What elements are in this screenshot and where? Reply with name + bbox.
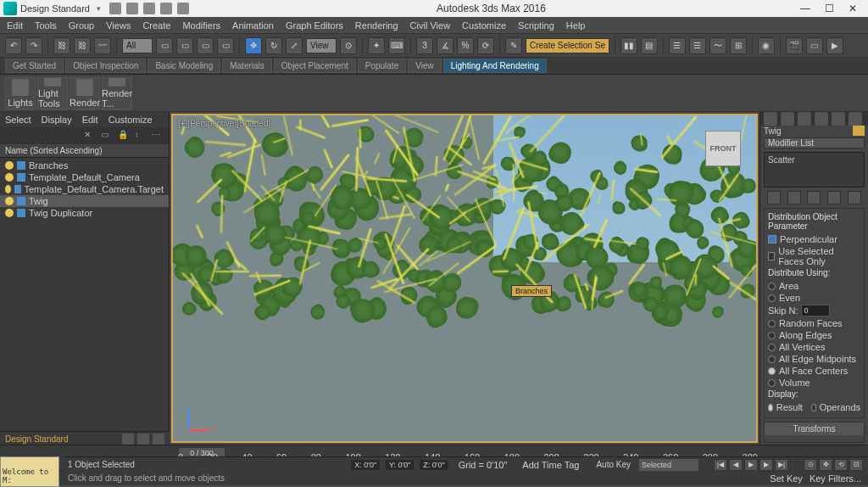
dist-edges-radio[interactable] — [768, 332, 776, 339]
skip-n-spinner[interactable]: 0 — [801, 305, 830, 316]
configure-icon[interactable] — [848, 191, 861, 204]
viewport-label[interactable]: [+][Perspective][Shaded] — [178, 119, 270, 128]
visibility-icon[interactable] — [5, 161, 14, 170]
render-setup-icon[interactable]: 🎬 — [786, 37, 803, 54]
play-icon[interactable]: ▶ — [744, 459, 758, 471]
visibility-icon[interactable] — [5, 197, 14, 205]
nav-icon-2[interactable]: ✥ — [819, 459, 832, 471]
tab-populate[interactable]: Populate — [358, 59, 406, 73]
explorer-more-icon[interactable]: ⋯ — [152, 130, 164, 142]
tab-getstarted[interactable]: Get Started — [5, 59, 64, 73]
list-item[interactable]: Template_Default_Camera — [0, 171, 169, 183]
qat-open-icon[interactable] — [126, 3, 138, 14]
panel-utilities-icon[interactable] — [849, 112, 862, 126]
menu-customize[interactable]: Customize — [462, 20, 506, 31]
explorer-menu-select[interactable]: Select — [5, 115, 31, 125]
menu-tools[interactable]: Tools — [35, 20, 57, 31]
list-item[interactable]: Template_Default_Camera.Target — [0, 183, 169, 195]
explorer-menu-edit[interactable]: Edit — [82, 115, 98, 125]
stack-item[interactable]: Scatter — [766, 154, 862, 165]
explorer-pin-icon[interactable]: ↕ — [135, 130, 147, 142]
minimize-button[interactable]: — — [793, 1, 817, 16]
link-icon[interactable]: ⛓ — [53, 37, 70, 54]
window-crossing-icon[interactable]: ▭ — [217, 37, 234, 54]
tab-materials[interactable]: Materials — [222, 59, 272, 73]
menu-views[interactable]: Views — [106, 20, 131, 31]
autokey-button[interactable]: Auto Key — [596, 460, 631, 469]
rotate-icon[interactable]: ↻ — [265, 37, 282, 54]
goto-end-icon[interactable]: ▶| — [775, 459, 788, 471]
menu-edit[interactable]: Edit — [7, 20, 23, 31]
list-header[interactable]: Name (Sorted Ascending) — [0, 144, 169, 158]
visibility-icon[interactable] — [5, 173, 14, 182]
tab-objinspection[interactable]: Object Inspection — [65, 59, 146, 73]
dist-volume-radio[interactable] — [768, 379, 776, 387]
percent-snap-icon[interactable]: % — [457, 37, 474, 54]
menu-modifiers[interactable]: Modifiers — [182, 20, 220, 31]
show-end-icon[interactable] — [787, 191, 801, 204]
tab-view[interactable]: View — [408, 59, 442, 73]
select-icon[interactable]: ▭ — [156, 37, 173, 54]
display-operands-radio[interactable] — [811, 404, 816, 411]
next-frame-icon[interactable]: ▶ — [760, 459, 773, 471]
qat-save-icon[interactable] — [143, 3, 155, 14]
modifier-stack[interactable]: Scatter — [764, 152, 865, 188]
panel-create-icon[interactable] — [764, 112, 777, 126]
qat-undo-icon[interactable] — [160, 3, 172, 14]
ribbon-lights[interactable]: Lights — [5, 77, 36, 109]
qat-redo-icon[interactable] — [177, 3, 189, 14]
render-icon[interactable]: ▶ — [826, 37, 843, 54]
menu-civilview[interactable]: Civil View — [410, 20, 450, 31]
select-region-icon[interactable]: ▭ — [197, 37, 214, 54]
undo-icon[interactable]: ↶ — [5, 37, 22, 54]
display-result-radio[interactable] — [768, 404, 773, 411]
list-item[interactable]: Twig Duplicator — [0, 207, 169, 219]
menu-help[interactable]: Help — [566, 20, 586, 31]
redo-icon[interactable]: ↷ — [25, 37, 42, 54]
footer-icon-3[interactable] — [153, 434, 164, 445]
maxscript-listener[interactable]: Welcome to M: — [0, 456, 59, 487]
keyfilters-button[interactable]: Key Filters... — [810, 473, 861, 484]
menu-grapheditors[interactable]: Graph Editors — [286, 20, 343, 31]
panel-motion-icon[interactable] — [815, 112, 828, 126]
workspace-footer-label[interactable]: Design Standard — [5, 434, 69, 444]
object-color-swatch[interactable] — [853, 126, 865, 136]
ribbon-lighttools[interactable]: Light Tools — [37, 77, 68, 109]
dist-even-radio[interactable] — [768, 294, 776, 302]
menu-group[interactable]: Group — [69, 20, 95, 31]
bind-icon[interactable]: 〰 — [94, 37, 111, 54]
maximize-button[interactable]: ☐ — [817, 1, 841, 16]
explorer-search-icon[interactable]: ✕ — [84, 130, 96, 142]
viewcube[interactable]: FRONT — [705, 131, 741, 166]
key-mode-combo[interactable]: Selected — [639, 459, 698, 471]
keyboard-icon[interactable]: ⌨ — [388, 37, 405, 54]
align-icon[interactable]: ▤ — [641, 37, 658, 54]
workspace-dropdown-icon[interactable]: ▾ — [97, 4, 101, 13]
ribbon-rendertarget[interactable]: Render T... — [102, 77, 132, 109]
list-item[interactable]: Twig — [0, 195, 169, 207]
menu-create[interactable]: Create — [142, 20, 170, 31]
ref-coord-combo[interactable]: View — [306, 38, 337, 53]
move-icon[interactable]: ✥ — [245, 37, 262, 54]
perpendicular-checkbox[interactable] — [768, 235, 776, 244]
mirror-icon[interactable]: ▮▮ — [620, 37, 637, 54]
curve-editor-icon[interactable]: 〜 — [709, 37, 726, 54]
explorer-menu-customize[interactable]: Customize — [108, 115, 153, 125]
menu-rendering[interactable]: Rendering — [355, 20, 398, 31]
coord-z[interactable]: Z: 0'0" — [420, 460, 448, 470]
viewport[interactable]: [+][Perspective][Shaded] FRONT Branches … — [171, 114, 758, 443]
modifier-list-combo[interactable]: Modifier List — [764, 137, 865, 148]
panel-modify-icon[interactable] — [781, 112, 794, 126]
dist-area-radio[interactable] — [768, 283, 776, 290]
dist-facecenters-radio[interactable] — [768, 367, 776, 375]
explorer-lock-icon[interactable]: 🔒 — [118, 130, 130, 142]
list-item[interactable]: Branches — [0, 160, 169, 171]
menu-scripting[interactable]: Scripting — [518, 20, 554, 31]
select-name-icon[interactable]: ▭ — [176, 37, 193, 54]
layers-icon[interactable]: ☰ — [669, 37, 686, 54]
setkey-button[interactable]: Set Key — [770, 473, 803, 484]
explorer-filter-icon[interactable]: ▭ — [101, 130, 113, 142]
object-name-field[interactable]: Twig — [764, 126, 853, 136]
add-time-tag[interactable]: Add Time Tag — [522, 460, 579, 470]
close-button[interactable]: ✕ — [841, 1, 865, 16]
